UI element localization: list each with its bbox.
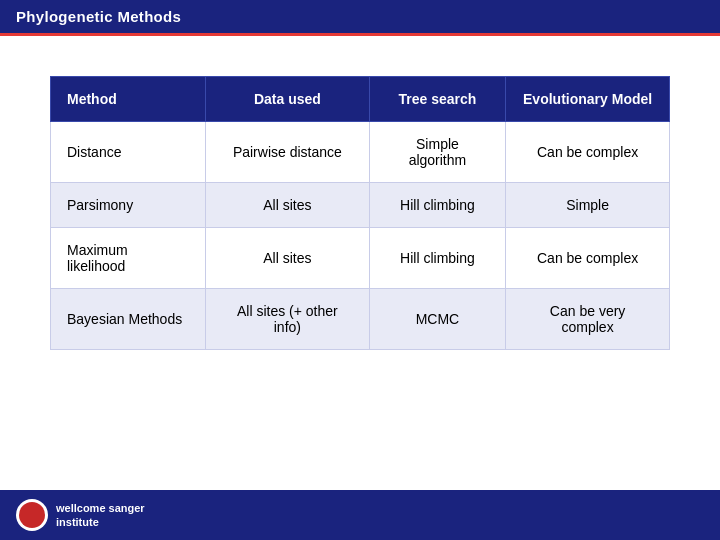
- cell-method: Maximum likelihood: [51, 228, 206, 289]
- cell-tree_search: Hill climbing: [369, 228, 506, 289]
- cell-tree_search: Simple algorithm: [369, 122, 506, 183]
- col-header-tree-search: Tree search: [369, 77, 506, 122]
- cell-evo_model: Can be complex: [506, 122, 670, 183]
- cell-evo_model: Simple: [506, 183, 670, 228]
- table-header-row: Method Data used Tree search Evolutionar…: [51, 77, 670, 122]
- col-header-method: Method: [51, 77, 206, 122]
- main-content: Method Data used Tree search Evolutionar…: [0, 36, 720, 370]
- cell-method: Bayesian Methods: [51, 289, 206, 350]
- col-header-evo-model: Evolutionary Model: [506, 77, 670, 122]
- table-row: DistancePairwise distanceSimple algorith…: [51, 122, 670, 183]
- phylogenetic-table: Method Data used Tree search Evolutionar…: [50, 76, 670, 350]
- cell-method: Distance: [51, 122, 206, 183]
- cell-tree_search: MCMC: [369, 289, 506, 350]
- table-row: Bayesian MethodsAll sites (+ other info)…: [51, 289, 670, 350]
- cell-data_used: All sites (+ other info): [206, 289, 370, 350]
- table-row: ParsimonyAll sitesHill climbingSimple: [51, 183, 670, 228]
- cell-data_used: All sites: [206, 228, 370, 289]
- logo-text: wellcome sanger institute: [56, 501, 145, 530]
- cell-method: Parsimony: [51, 183, 206, 228]
- footer-logo: wellcome sanger institute: [16, 499, 145, 531]
- cell-evo_model: Can be very complex: [506, 289, 670, 350]
- page-title: Phylogenetic Methods: [16, 8, 181, 25]
- footer: wellcome sanger institute: [0, 490, 720, 540]
- cell-evo_model: Can be complex: [506, 228, 670, 289]
- logo-circle: [16, 499, 48, 531]
- logo-inner: [19, 502, 45, 528]
- table-row: Maximum likelihoodAll sitesHill climbing…: [51, 228, 670, 289]
- page-header: Phylogenetic Methods: [0, 0, 720, 33]
- cell-data_used: All sites: [206, 183, 370, 228]
- cell-data_used: Pairwise distance: [206, 122, 370, 183]
- cell-tree_search: Hill climbing: [369, 183, 506, 228]
- col-header-data-used: Data used: [206, 77, 370, 122]
